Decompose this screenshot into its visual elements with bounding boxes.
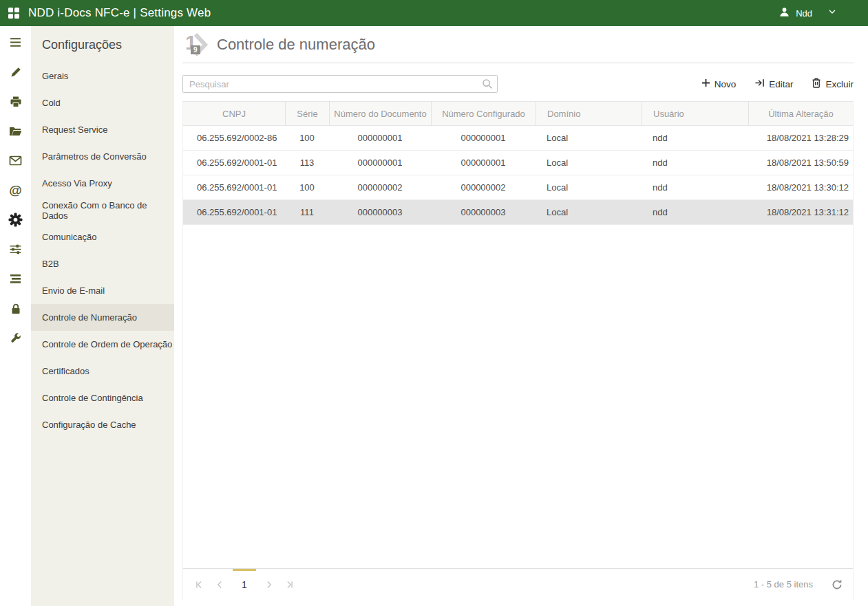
folder-icon[interactable] (0, 116, 31, 146)
brush-icon[interactable] (0, 57, 31, 87)
printer-icon[interactable] (0, 87, 31, 116)
table-row[interactable]: 06.255.692/0001-01111000000003000000003L… (183, 200, 853, 225)
delete-button[interactable]: Excluir (812, 78, 854, 90)
sidebar-item[interactable]: Conexão Com o Banco de Dados (31, 197, 174, 224)
pager-right: 1 - 5 de 5 itens (754, 569, 853, 600)
pager-info: 1 - 5 de 5 itens (754, 579, 813, 589)
column-header[interactable]: Número Configurado (431, 102, 536, 125)
column-header[interactable]: Usuário (642, 102, 748, 125)
table-cell: 06.255.692/0001-01 (183, 151, 285, 175)
sidebar-item[interactable]: Envio de E-mail (31, 277, 174, 304)
table-header: CNPJSérieNúmero do DocumentoNúmero Confi… (183, 101, 853, 126)
table-body: 06.255.692/0002-86100000000001000000001L… (183, 126, 853, 568)
sidebar-item[interactable]: Controle de Contingência (31, 385, 174, 411)
app-title: NDD i-Docs NFC-e | Settings Web (28, 6, 211, 20)
sidebar-item[interactable]: Controle de Ordem de Operação (31, 331, 174, 358)
user-name: Ndd (796, 8, 812, 19)
sidebar-item[interactable]: Comunicação (31, 224, 174, 250)
sidebar-item[interactable]: B2B (31, 250, 174, 277)
lock-icon[interactable] (0, 294, 31, 323)
edit-icon (754, 78, 765, 90)
table-cell: 06.255.692/0001-01 (183, 175, 285, 199)
sidebar-title: Configurações (31, 26, 174, 63)
at-icon[interactable]: @ (0, 175, 31, 205)
sidebar-menu: GeraisColdRequest ServiceParâmetros de C… (31, 63, 174, 438)
table-cell: Local (536, 126, 642, 150)
first-page-button[interactable] (189, 569, 209, 600)
table-cell: Local (536, 175, 642, 199)
table-cell: ndd (642, 126, 748, 150)
prev-page-button[interactable] (209, 569, 230, 600)
page-header: 1 9 Controle de numeração (182, 26, 854, 63)
search-box (182, 75, 498, 93)
column-header[interactable]: Última Alteração (748, 102, 853, 125)
refresh-button[interactable] (831, 578, 843, 591)
pager: 1 1 - 5 de 5 itens (183, 568, 853, 600)
numbering-icon: 1 9 (182, 32, 209, 57)
table-cell: 000000001 (329, 151, 431, 175)
wrench-icon[interactable] (0, 323, 31, 353)
plus-icon (701, 78, 710, 89)
table-cell: ndd (642, 151, 748, 175)
column-header[interactable]: CNPJ (183, 102, 285, 125)
mail-icon[interactable] (0, 146, 31, 175)
user-menu[interactable]: Ndd (779, 6, 837, 21)
last-page-button[interactable] (279, 569, 300, 600)
table-cell: 000000001 (431, 151, 536, 175)
data-grid: CNPJSérieNúmero do DocumentoNúmero Confi… (182, 101, 854, 600)
table-cell: 06.255.692/0001-01 (183, 200, 285, 224)
toolbar-actions: Novo Editar Excluir (701, 78, 854, 90)
table-cell: 18/08/2021 13:50:59 (748, 151, 853, 175)
sidebar-item[interactable]: Acesso Via Proxy (31, 170, 174, 197)
table-row[interactable]: 06.255.692/0001-01100000000002000000002L… (183, 175, 853, 200)
topbar: NDD i-Docs NFC-e | Settings Web Ndd (0, 0, 868, 26)
column-header[interactable]: Domínio (536, 102, 642, 125)
table-cell: Local (536, 200, 642, 224)
table-cell: 000000001 (329, 126, 431, 150)
table-cell: 111 (285, 200, 329, 224)
table-cell: ndd (642, 200, 748, 224)
chevron-down-icon (827, 7, 837, 19)
next-page-button[interactable] (259, 569, 279, 600)
edit-button[interactable]: Editar (754, 78, 793, 90)
trash-icon (812, 78, 821, 90)
user-icon (779, 6, 790, 21)
table-cell: 000000003 (431, 200, 536, 224)
sidebar-item[interactable]: Certificados (31, 358, 174, 385)
table-row[interactable]: 06.255.692/0001-01113000000001000000001L… (183, 151, 853, 175)
menu-icon[interactable] (0, 28, 31, 57)
table-cell: ndd (642, 175, 748, 199)
toolbar: Novo Editar Excluir (182, 75, 854, 93)
table-row[interactable]: 06.255.692/0002-86100000000001000000001L… (183, 126, 853, 151)
table-cell: 100 (285, 126, 329, 150)
main-content: 1 9 Controle de numeração Novo Editar (174, 26, 868, 606)
search-icon[interactable] (481, 78, 494, 93)
table-cell: 000000003 (329, 200, 431, 224)
table-cell: 18/08/2021 13:30:12 (748, 175, 853, 199)
search-input[interactable] (182, 75, 498, 93)
icon-rail: @ (0, 26, 31, 606)
sliders-icon[interactable] (0, 235, 31, 264)
column-header[interactable]: Série (285, 102, 329, 125)
app-logo (8, 8, 19, 19)
table-cell: Local (536, 151, 642, 175)
table-cell: 000000002 (329, 175, 431, 199)
new-button[interactable]: Novo (701, 78, 737, 90)
table-cell: 000000002 (431, 175, 536, 199)
table-cell: 113 (285, 151, 329, 175)
stack-icon[interactable] (0, 264, 31, 294)
gear-icon[interactable] (0, 205, 31, 235)
sidebar-item[interactable]: Gerais (31, 63, 174, 89)
table-cell: 100 (285, 175, 329, 199)
sidebar-item[interactable]: Controle de Numeração (31, 304, 174, 331)
sidebar-item[interactable]: Configuração de Cache (31, 411, 174, 438)
table-cell: 000000001 (431, 126, 536, 150)
sidebar-item[interactable]: Parâmetros de Conversão (31, 143, 174, 170)
page-title: Controle de numeração (217, 36, 375, 54)
sidebar-item[interactable]: Cold (31, 89, 174, 116)
current-page[interactable]: 1 (233, 569, 256, 600)
table-cell: 18/08/2021 13:28:29 (748, 126, 853, 150)
column-header[interactable]: Número do Documento (329, 102, 431, 125)
sidebar-item[interactable]: Request Service (31, 116, 174, 143)
table-cell: 06.255.692/0002-86 (183, 126, 285, 150)
